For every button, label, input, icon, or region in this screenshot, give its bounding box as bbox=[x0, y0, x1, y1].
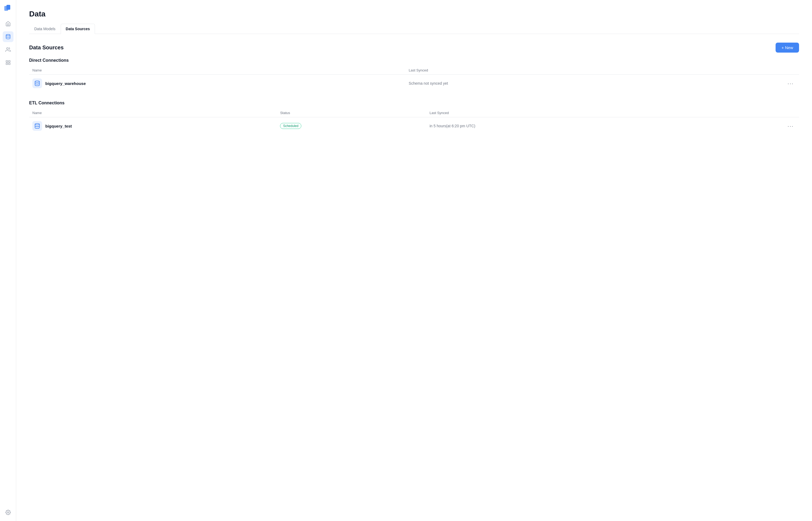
direct-row-actions: ··· bbox=[693, 75, 799, 92]
etl-row-menu[interactable]: ··· bbox=[785, 122, 796, 130]
direct-connections-table: Name Last Synced bbox=[29, 66, 799, 92]
direct-col-name: Name bbox=[29, 66, 405, 75]
tab-data-models[interactable]: Data Models bbox=[29, 24, 61, 34]
svg-rect-7 bbox=[8, 63, 10, 65]
direct-row-last-synced: Schema not synced yet bbox=[405, 75, 693, 92]
svg-point-10 bbox=[35, 123, 40, 125]
direct-col-actions bbox=[693, 66, 799, 75]
tab-data-sources[interactable]: Data Sources bbox=[61, 24, 95, 34]
db-icon bbox=[32, 78, 42, 88]
direct-row-name-cell: bigquery_warehouse bbox=[29, 75, 405, 92]
etl-col-status: Status bbox=[277, 109, 426, 117]
direct-col-last-synced: Last Synced bbox=[405, 66, 693, 75]
sidebar-item-users[interactable] bbox=[3, 44, 14, 55]
etl-col-last-synced: Last Synced bbox=[426, 109, 708, 117]
etl-row-name-text: bigquery_test bbox=[45, 124, 72, 128]
sidebar-item-settings[interactable] bbox=[3, 507, 14, 518]
svg-point-8 bbox=[7, 512, 9, 513]
direct-table-header: Name Last Synced bbox=[29, 66, 799, 75]
etl-row-actions: ··· bbox=[708, 117, 799, 135]
data-sources-section: Data Sources + New Direct Connections Na… bbox=[29, 43, 799, 135]
tabs: Data Models Data Sources bbox=[29, 24, 799, 34]
etl-row-status: Scheduled bbox=[277, 117, 426, 135]
table-row: bigquery_test Scheduled in 5 hours(at 6:… bbox=[29, 117, 799, 135]
direct-last-synced-text: Schema not synced yet bbox=[409, 81, 448, 86]
etl-table-header: Name Status Last Synced bbox=[29, 109, 799, 117]
db-icon bbox=[32, 121, 42, 131]
app-logo bbox=[3, 3, 13, 13]
direct-row-menu[interactable]: ··· bbox=[785, 79, 796, 87]
sidebar bbox=[0, 0, 16, 521]
data-sources-title: Data Sources bbox=[29, 45, 64, 51]
direct-row-name-text: bigquery_warehouse bbox=[45, 81, 86, 86]
etl-row-last-synced: in 5 hours(at 6:20 pm UTC) bbox=[426, 117, 708, 135]
etl-connections-title: ETL Connections bbox=[29, 100, 799, 106]
etl-row-name-cell: bigquery_test bbox=[29, 117, 277, 135]
direct-connections-section: Direct Connections Name Last Synced bbox=[29, 58, 799, 92]
direct-connections-title: Direct Connections bbox=[29, 58, 799, 63]
etl-connections-table: Name Status Last Synced bbox=[29, 109, 799, 135]
etl-connections-section: ETL Connections Name Status Last Synced bbox=[29, 100, 799, 135]
svg-point-9 bbox=[35, 81, 40, 83]
etl-row-name: bigquery_test bbox=[32, 121, 274, 131]
etl-col-name: Name bbox=[29, 109, 277, 117]
svg-point-2 bbox=[6, 35, 10, 36]
section-header: Data Sources + New bbox=[29, 43, 799, 52]
svg-point-3 bbox=[6, 48, 8, 50]
direct-row-name: bigquery_warehouse bbox=[32, 78, 402, 88]
svg-rect-4 bbox=[6, 61, 7, 62]
sidebar-item-data[interactable] bbox=[3, 31, 14, 42]
sidebar-item-home[interactable] bbox=[3, 18, 14, 29]
sidebar-item-apps[interactable] bbox=[3, 57, 14, 68]
etl-last-synced-text: in 5 hours(at 6:20 pm UTC) bbox=[429, 124, 475, 128]
new-button[interactable]: + New bbox=[775, 43, 799, 52]
svg-rect-6 bbox=[6, 63, 7, 65]
page-title: Data bbox=[29, 10, 799, 18]
svg-rect-5 bbox=[8, 61, 10, 62]
main-content: Data Data Models Data Sources Data Sourc… bbox=[16, 0, 812, 521]
status-badge: Scheduled bbox=[280, 123, 301, 129]
table-row: bigquery_warehouse Schema not synced yet… bbox=[29, 75, 799, 92]
svg-rect-1 bbox=[6, 5, 10, 10]
etl-col-actions bbox=[708, 109, 799, 117]
